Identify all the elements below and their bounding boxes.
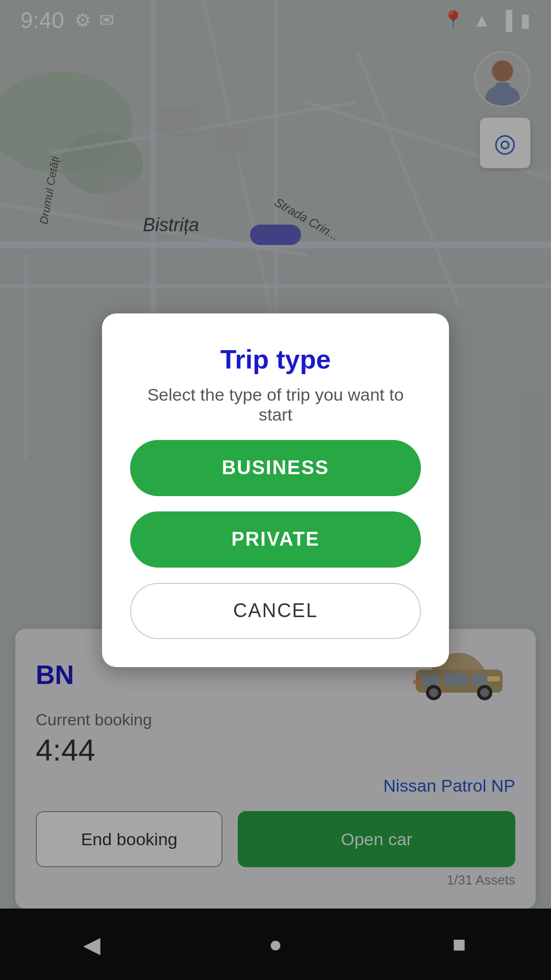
dialog-title: Trip type xyxy=(220,344,331,375)
business-button[interactable]: BUSINESS xyxy=(130,440,421,496)
dialog-overlay: Trip type Select the type of trip you wa… xyxy=(0,0,551,980)
dialog-subtitle: Select the type of trip you want to star… xyxy=(130,385,421,425)
cancel-button[interactable]: CANCEL xyxy=(130,583,421,639)
private-button[interactable]: PRIVATE xyxy=(130,511,421,568)
trip-type-dialog: Trip type Select the type of trip you wa… xyxy=(102,313,449,667)
